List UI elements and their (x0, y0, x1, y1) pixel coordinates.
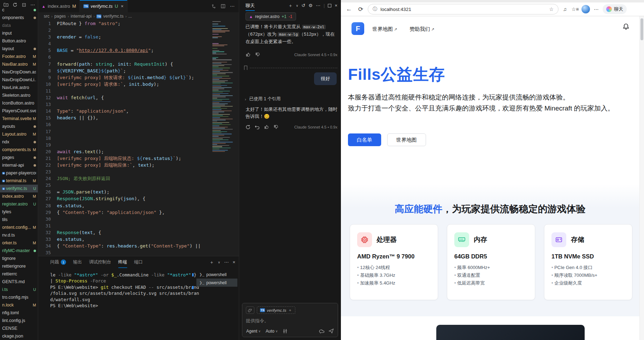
more-icon[interactable]: ⋯ (316, 3, 320, 8)
panel-tab-输出[interactable]: 输出 (73, 256, 82, 268)
new-terminal-icon[interactable]: ＋ (209, 259, 214, 266)
file-tree-item[interactable]: layout (0, 45, 38, 53)
button-世界地图[interactable]: 世界地图 (387, 133, 426, 146)
file-tree-item[interactable]: ckage.json (0, 332, 38, 340)
editor-tab-index.astro[interactable]: ▲index.astroM (38, 0, 80, 12)
file-tree-item[interactable]: Terminal.svelteM (0, 115, 38, 123)
file-tree-item[interactable]: input (0, 29, 38, 37)
file-tree-item[interactable]: n.lockM (0, 301, 38, 309)
breadcrumb[interactable]: src›pages›internal-api›TSverifymc.ts›... (38, 12, 239, 20)
close-icon[interactable]: × (121, 4, 124, 9)
thumbs-down-icon[interactable] (255, 52, 260, 57)
panel-close-icon[interactable]: × (232, 260, 235, 265)
chat-input[interactable]: 提供指令。 (246, 318, 334, 324)
file-tree-item[interactable]: NavDropDown.as... (0, 68, 38, 76)
thumbs-up-icon[interactable] (246, 52, 251, 57)
terminal-output[interactable]: le -like "*astro*" -or $_.CommandLine -l… (50, 272, 202, 340)
file-tree-item[interactable]: CENSE (0, 324, 38, 332)
page-scrollbar[interactable] (639, 16, 644, 340)
file-tree-item[interactable]: rettierrc (0, 270, 38, 278)
file-tree-item[interactable]: i.tsU (0, 286, 38, 293)
chevron-down-icon[interactable]: ∨ (296, 4, 299, 7)
favorite-star-icon[interactable]: ☆ (549, 6, 554, 12)
panel-more-icon[interactable]: ⋯ (224, 260, 229, 265)
editor-tab-verifymc.ts[interactable]: TSverifymc.tsU× (80, 0, 127, 12)
file-tree-item[interactable]: sverifymc.tsU (0, 185, 38, 192)
file-tree-item[interactable]: Layout.astroM (0, 130, 38, 138)
file-tree-item[interactable]: nfig.toml (0, 309, 38, 317)
file-tree-item[interactable]: Footer.astroM (0, 53, 38, 60)
back-icon[interactable]: ← (344, 6, 354, 13)
editor-more-icon[interactable]: ⋯ (230, 4, 235, 9)
tab-chat[interactable]: 聊天 (246, 0, 255, 11)
undo-icon[interactable] (255, 125, 260, 130)
thumbs-down-icon[interactable] (273, 124, 279, 130)
close-icon[interactable]: × (335, 3, 337, 8)
attach-context-button[interactable] (246, 306, 254, 314)
file-tree-item[interactable]: tignore (0, 255, 38, 262)
panel-tab-调试控制台[interactable]: 调试控制台 (89, 256, 111, 268)
reload-icon[interactable]: ⟳ (356, 6, 365, 13)
file-tree-item[interactable]: Skeleton.astro (0, 91, 38, 99)
code-editor[interactable]: 1PIRoute } from "astro";23erender = fals… (38, 20, 210, 256)
panel-tab-问题[interactable]: 问题1 (50, 256, 66, 268)
maximize-icon[interactable] (328, 4, 331, 7)
file-tree-item[interactable]: rettierignore (0, 262, 38, 270)
breadcrumb-part[interactable]: src (44, 14, 49, 19)
send-icon[interactable] (329, 328, 334, 334)
split-editor-icon[interactable] (221, 4, 225, 8)
file-tree-item[interactable]: spaper-playercou... (0, 169, 38, 177)
copilot-chat-button[interactable]: 聊天 (603, 4, 627, 14)
file-tree-item[interactable]: PlayersCount.svelte (0, 107, 38, 115)
changed-file-pill[interactable]: ▲ register.astro +1 -1 (246, 12, 296, 20)
file-tree-item[interactable]: ontent.config....M (0, 223, 38, 231)
breadcrumb-part[interactable]: verifymc.ts (103, 14, 123, 19)
file-tree-item[interactable]: NavBar.astroM (0, 60, 38, 68)
tools-icon[interactable] (283, 329, 288, 334)
address-bar[interactable]: ⓘ localhost:4321 ☆ (368, 4, 559, 14)
add-context-icon[interactable]: ＋ (288, 308, 292, 313)
file-tree-item[interactable]: internal-api (0, 161, 38, 169)
file-tree-item[interactable]: IconButton.astro (0, 99, 38, 107)
file-tree-item[interactable]: GENTS.md (0, 278, 38, 286)
source-control-graph-icon[interactable] (211, 4, 216, 9)
editor-scrollbar[interactable] (234, 20, 239, 256)
file-tree-item[interactable]: ayouts (0, 123, 38, 130)
button-白名单[interactable]: 白名单 (348, 133, 381, 146)
file-tree-item[interactable]: omponents (0, 14, 38, 22)
file-tree-item[interactable]: ndx (0, 138, 38, 146)
voice-icon[interactable] (319, 329, 324, 334)
file-tree-item[interactable]: tils (0, 216, 38, 223)
scrollbar-thumb[interactable] (640, 18, 643, 40)
gear-icon[interactable]: ⚙ (308, 3, 313, 8)
site-logo[interactable]: F (351, 22, 364, 35)
profile-avatar[interactable] (581, 5, 590, 13)
thumbs-up-icon[interactable] (264, 124, 269, 130)
file-tree-item[interactable]: rifyMC-master (0, 247, 38, 255)
favorites-icon[interactable]: ☆≡ (571, 6, 579, 12)
file-tree-item[interactable]: data (0, 22, 38, 29)
references-toggle[interactable]: › 已使用 1 个引用 (245, 96, 281, 102)
breadcrumb-part[interactable]: pages (54, 14, 66, 19)
bookmark-icon[interactable] (244, 66, 247, 70)
file-tree-item[interactable]: Button.astro (0, 37, 38, 45)
terminal-instance[interactable]: ❯_powershell (196, 270, 237, 279)
new-chat-icon[interactable]: ＋ (288, 2, 293, 9)
terminal-instance[interactable]: ❯_powershell (196, 279, 237, 287)
file-tree-item[interactable]: NavLink.astro (0, 84, 38, 91)
mode-picker[interactable]: Agent ∨ (246, 329, 261, 334)
file-tree-item[interactable]: index.astroM (0, 192, 38, 200)
panel-tab-端口[interactable]: 端口 (134, 256, 143, 268)
breadcrumb-part[interactable]: internal-api (71, 14, 91, 19)
file-tree-item[interactable]: NavDropDownLi... (0, 76, 38, 84)
retry-icon[interactable] (246, 125, 250, 130)
context-file-chip[interactable]: TS verifymc.ts ＋ (257, 306, 295, 314)
file-tree-item[interactable]: tyles (0, 208, 38, 216)
chevron-down-icon[interactable]: ∨ (218, 261, 220, 264)
file-tree-item[interactable]: nv.d.ts (0, 231, 38, 239)
file-tree-item[interactable]: tro.config.mjs (0, 293, 38, 301)
panel-tab-终端[interactable]: 终端 (118, 256, 127, 268)
nav-link-赞助我们[interactable]: 赞助我们↗ (409, 26, 434, 32)
browser-more-icon[interactable]: ⋯ (592, 6, 600, 12)
file-tree-item[interactable]: orker.tsM (0, 239, 38, 247)
